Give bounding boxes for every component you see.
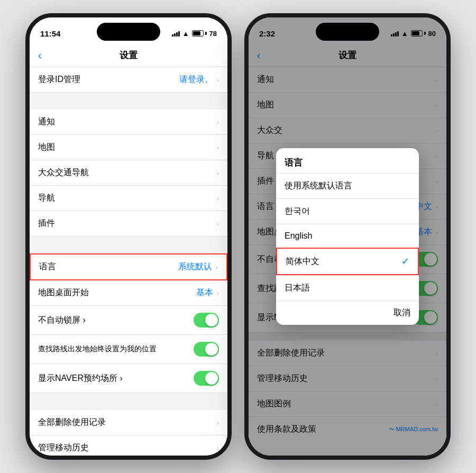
item-label: 登录ID管理 [38, 74, 80, 85]
phone-1: 11:54 ▲ 78 ‹ 设置 登录ID管理 [25, 13, 232, 460]
dynamic-island-1 [97, 23, 160, 41]
list-item[interactable]: 管理移动历史 › [30, 435, 227, 456]
list-item[interactable]: 插件 › [30, 211, 227, 236]
dialog-option-japanese[interactable]: 日本語 [276, 275, 419, 301]
nav-bar-1: ‹ 设置 [30, 44, 227, 67]
list-item[interactable]: 登录ID管理 请登录。 › [30, 67, 227, 93]
dialog-option-label: 简体中文 [286, 256, 319, 267]
list-item[interactable]: 地图 › [30, 135, 227, 160]
cancel-label: 取消 [393, 307, 410, 319]
phone-2: 2:32 ▲ 80 ‹ 设置 通知 › [244, 13, 451, 460]
page-title-1: 设置 [120, 49, 138, 61]
language-item[interactable]: 语言 系统默认 › [30, 253, 227, 280]
dialog-option-english[interactable]: English [276, 224, 419, 248]
list-item[interactable]: 地图桌面开始 基本 › [30, 280, 227, 306]
list-item[interactable]: 显示NAVER预约场所 › [30, 364, 227, 393]
dialog-option-chinese[interactable]: 简体中文 ✓ [276, 248, 419, 275]
list-item[interactable]: 不自动锁屏 › [30, 306, 227, 335]
chevron-icon: › [216, 419, 219, 427]
battery-icon-1 [192, 30, 207, 37]
dialog-option-korean[interactable]: 한국어 [276, 198, 419, 224]
battery-pct-1: 78 [209, 30, 217, 38]
list-item[interactable]: 查找路线出发地始终设置为我的位置 [30, 335, 227, 364]
chevron-icon: › [216, 220, 219, 228]
dialog-option-label: 使用系统默认语言 [285, 180, 352, 192]
chevron-icon: › [216, 76, 219, 84]
signal-icon-1 [172, 30, 180, 37]
dialog-option-label: 日本語 [285, 283, 310, 294]
dialog-option-label: 한국어 [285, 206, 310, 217]
list-item[interactable]: 全部删除使用记录 › [30, 410, 227, 435]
back-button-1[interactable]: ‹ [38, 49, 42, 61]
checkmark-icon: ✓ [401, 256, 409, 267]
chevron-icon: › [216, 289, 219, 297]
language-dialog: 语言 使用系统默认语言 한국어 English 简体中文 ✓ 日本語 [276, 148, 419, 325]
settings-list-1: 登录ID管理 请登录。 › 通知 › 地图 › 大众交通导航 › 导航 › 插件… [30, 67, 227, 456]
toggle-naver[interactable] [194, 371, 219, 386]
list-item[interactable]: 导航 › [30, 186, 227, 211]
status-bar-1: 11:54 ▲ 78 [30, 17, 227, 44]
chevron-icon: › [216, 169, 219, 177]
dialog-title: 语言 [276, 148, 419, 173]
dialog-option-system[interactable]: 使用系统默认语言 [276, 173, 419, 198]
dialog-cancel-button[interactable]: 取消 [276, 301, 419, 325]
chevron-icon: › [216, 194, 219, 203]
status-icons-1: ▲ 78 [172, 30, 217, 38]
list-item[interactable]: 通知 › [30, 110, 227, 135]
toggle-auto-lock[interactable] [194, 313, 219, 328]
toggle-route[interactable] [194, 342, 219, 357]
wifi-icon-1: ▲ [182, 30, 189, 38]
dialog-overlay: 语言 使用系统默认语言 한국어 English 简体中文 ✓ 日本語 [249, 17, 446, 456]
item-right: 请登录。 › [179, 74, 219, 85]
chevron-icon: › [215, 263, 218, 271]
chevron-icon: › [216, 143, 219, 152]
chevron-icon: › [216, 118, 219, 126]
chevron-icon: › [216, 444, 219, 452]
time-1: 11:54 [40, 29, 60, 38]
list-item[interactable]: 大众交通导航 › [30, 160, 227, 186]
dialog-option-label: English [285, 231, 312, 241]
